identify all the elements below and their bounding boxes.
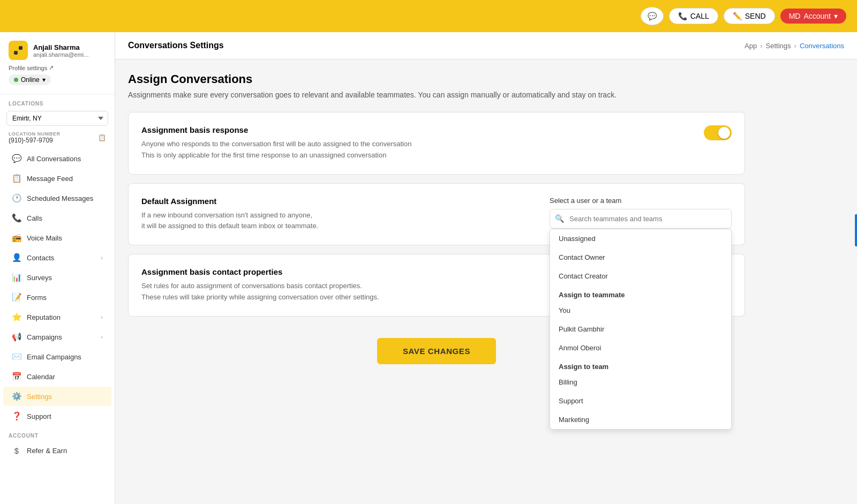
dropdown-item-billing[interactable]: Billing xyxy=(550,373,731,392)
nav-label: All Conversations xyxy=(27,155,103,163)
default-assignment-desc1: If a new inbound conversation isn't assi… xyxy=(141,210,539,221)
sidebar-item-reputation[interactable]: ⭐ Reputation › xyxy=(3,307,111,327)
breadcrumb-app: App xyxy=(745,42,757,50)
dropdown-item-contact-owner[interactable]: Contact Owner xyxy=(550,248,731,267)
nav-label: Campaigns xyxy=(27,333,95,341)
content-area: Conversations Settings App › Settings › … xyxy=(115,32,857,504)
default-assignment-title: Default Assignment xyxy=(141,197,539,206)
avatar xyxy=(9,41,28,60)
send-button[interactable]: ✏️ SEND xyxy=(724,8,775,24)
profile-top: Anjali Sharma anjali.sharma@emi... xyxy=(9,41,106,60)
account-button[interactable]: MD Account ▾ xyxy=(780,9,846,24)
nav-icon: ✉️ xyxy=(12,352,21,362)
nav-label: Voice Mails xyxy=(27,234,103,242)
card-desc-1: Anyone who responds to the conversation … xyxy=(141,139,411,150)
sidebar-item-voice-mails[interactable]: 📻 Voice Mails xyxy=(3,228,111,247)
nav-label: Refer & Earn xyxy=(27,447,103,455)
dropdown-item-support[interactable]: Support xyxy=(550,392,731,410)
nav-label: Calendar xyxy=(27,373,103,381)
top-bar-actions: 💬 📞 CALL ✏️ SEND MD Account ▾ xyxy=(641,7,846,25)
location-number-value: (910)-597-9709 xyxy=(9,137,60,144)
breadcrumb-settings: Settings xyxy=(766,42,791,50)
dropdown-list: UnassignedContact OwnerContact CreatorAs… xyxy=(550,229,732,430)
sidebar-item-calendar[interactable]: 📅 Calendar xyxy=(3,367,111,386)
dropdown-group-assign-to-teammate: Assign to teammate xyxy=(550,285,731,301)
sidebar-item-contacts[interactable]: 👤 Contacts › xyxy=(3,248,111,267)
select-label: Select a user or a team xyxy=(550,197,732,205)
sidebar-item-all-conversations[interactable]: 💬 All Conversations xyxy=(3,149,111,168)
phone-icon: 📞 xyxy=(678,12,687,20)
nav-container: 💬 All Conversations 📋 Message Feed 🕐 Sch… xyxy=(0,148,115,426)
dropdown-item-anmol-oberoi[interactable]: Anmol Oberoi xyxy=(550,338,731,357)
profile-info: Anjali Sharma anjali.sharma@emi... xyxy=(33,43,88,58)
top-bar: 💬 📞 CALL ✏️ SEND MD Account ▾ xyxy=(0,0,857,32)
assignment-right: Select a user or a team 🔍 UnassignedCont… xyxy=(550,197,732,229)
nav-icon: 💬 xyxy=(12,154,21,163)
nav-label: Settings xyxy=(27,393,103,401)
default-assignment-card: Default Assignment If a new inbound conv… xyxy=(128,183,745,246)
chevron-right-icon: › xyxy=(101,254,103,261)
nav-icon: ⭐ xyxy=(12,312,21,322)
nav-label: Reputation xyxy=(27,313,95,321)
sidebar-item-forms[interactable]: 📝 Forms xyxy=(3,288,111,307)
profile-name: Anjali Sharma xyxy=(33,43,88,51)
assignment-card-inner: Default Assignment If a new inbound conv… xyxy=(141,197,732,232)
nav-icon: ❓ xyxy=(12,411,21,421)
save-changes-button[interactable]: SAVE CHANGES xyxy=(377,338,496,364)
nav-icon: 📝 xyxy=(12,292,21,302)
sidebar-item-email-campaigns[interactable]: ✉️ Email Campaigns xyxy=(3,347,111,366)
dropdown-item-contact-creator[interactable]: Contact Creator xyxy=(550,267,731,285)
location-number-label: LOCATION NUMBER xyxy=(9,131,60,137)
sidebar-item-scheduled-messages[interactable]: 🕐 Scheduled Messages xyxy=(3,189,111,208)
nav-icon: 📞 xyxy=(12,213,21,223)
nav-label: Calls xyxy=(27,214,103,222)
sidebar-item-settings[interactable]: ⚙️ Settings xyxy=(3,387,111,406)
sidebar-item-calls[interactable]: 📞 Calls xyxy=(3,208,111,228)
locations-label: LOCATIONS xyxy=(0,94,115,109)
profile-email: anjali.sharma@emi... xyxy=(33,51,88,58)
call-button[interactable]: 📞 CALL xyxy=(669,8,718,24)
content-header: Conversations Settings App › Settings › … xyxy=(115,32,857,59)
chat-button[interactable]: 💬 xyxy=(641,7,664,25)
right-scroll-indicator xyxy=(855,214,857,246)
chevron-down-icon: ▾ xyxy=(42,76,46,84)
default-assignment-desc2: it will be assigned to this default team… xyxy=(141,221,539,232)
chevron-right-icon: › xyxy=(101,314,103,320)
nav-label: Scheduled Messages xyxy=(27,194,103,202)
dropdown-item-unassigned[interactable]: Unassigned xyxy=(550,229,731,248)
sidebar-item-surveys[interactable]: 📊 Surveys xyxy=(3,268,111,287)
breadcrumb-sep-2: › xyxy=(794,42,796,50)
dropdown-item-you[interactable]: You xyxy=(550,301,731,320)
nav-label: Surveys xyxy=(27,274,103,282)
card-title: Assignment basis response xyxy=(141,125,411,134)
nav-label: Contacts xyxy=(27,254,95,262)
page-section-title: Conversations Settings xyxy=(128,41,224,50)
location-select[interactable]: Emirtr, NY xyxy=(6,111,108,126)
sidebar-profile: Anjali Sharma anjali.sharma@emi... Profi… xyxy=(0,32,115,94)
search-teammates-input[interactable] xyxy=(550,209,732,229)
pencil-icon: ✏️ xyxy=(733,12,742,20)
dropdown-item-pulkit-gambhir[interactable]: Pulkit Gambhir xyxy=(550,320,731,338)
page-title: Assign Conversations xyxy=(128,72,745,86)
card-content: Assignment basis response Anyone who res… xyxy=(141,125,411,161)
chevron-down-icon: ▾ xyxy=(834,12,838,20)
main-layout: Anjali Sharma anjali.sharma@emi... Profi… xyxy=(0,32,857,504)
nav-label: Forms xyxy=(27,294,103,302)
assignment-basis-toggle[interactable] xyxy=(704,125,732,140)
sidebar-item-support[interactable]: ❓ Support xyxy=(3,407,111,426)
dropdown-item-marketing[interactable]: Marketing xyxy=(550,410,731,429)
profile-settings-link[interactable]: Profile settings ↗ xyxy=(9,64,106,71)
account-item-refer-&-earn[interactable]: $ Refer & Earn xyxy=(3,441,111,460)
status-dot xyxy=(14,78,18,82)
page-description: Assignments make sure every conversation… xyxy=(128,91,745,99)
breadcrumb: App › Settings › Conversations xyxy=(745,42,844,50)
copy-icon[interactable]: 📋 xyxy=(98,134,106,141)
content-body: Assign Conversations Assignments make su… xyxy=(115,59,758,390)
nav-label: Message Feed xyxy=(27,175,103,183)
nav-icon: 📊 xyxy=(12,273,21,282)
chevron-right-icon: › xyxy=(101,334,103,340)
sidebar-item-message-feed[interactable]: 📋 Message Feed xyxy=(3,169,111,188)
nav-icon: 📻 xyxy=(12,233,21,243)
status-badge[interactable]: Online ▾ xyxy=(9,74,51,85)
sidebar-item-campaigns[interactable]: 📢 Campaigns › xyxy=(3,327,111,347)
